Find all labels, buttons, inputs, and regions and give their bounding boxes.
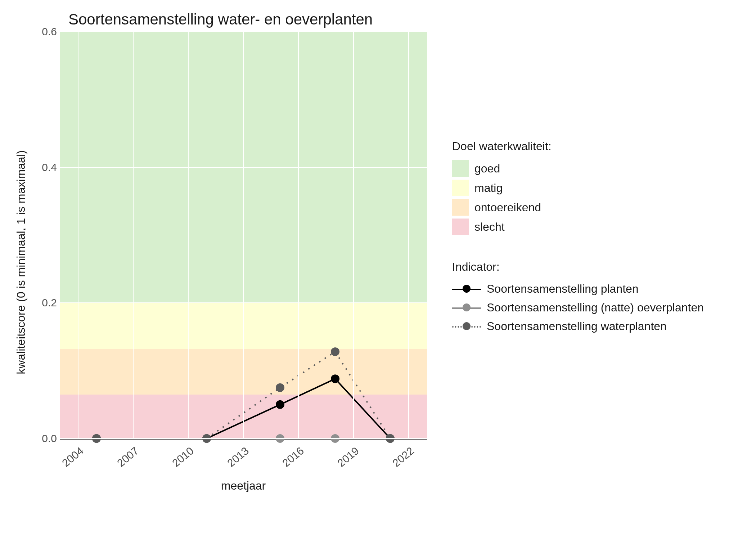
y-tick-label: 0.2 <box>42 297 57 309</box>
x-axis-ticks: 2004200720102013201620192022 <box>60 440 427 468</box>
legend-series-label: Soortensamenstelling planten <box>487 282 639 296</box>
chart-container: Soortensamenstelling water- en oeverplan… <box>0 0 756 540</box>
legend-series-item: Soortensamenstelling planten <box>452 281 704 297</box>
plot-area <box>60 32 427 440</box>
legend-swatch <box>452 199 469 216</box>
legend-series-key <box>452 281 481 297</box>
legend-band-label: ontoereikend <box>474 201 541 214</box>
chart-body: kwaliteitscore (0 is minimaal, 1 is maxi… <box>11 32 745 492</box>
y-axis-label-wrap: kwaliteitscore (0 is minimaal, 1 is maxi… <box>11 32 31 492</box>
plot-column: 0.00.20.40.6 200420072010201320162019202… <box>31 32 427 492</box>
series-point <box>276 383 284 392</box>
legend-quality: Doel waterkwaliteit: goedmatigontoereike… <box>452 140 704 235</box>
y-tick-label: 0.4 <box>42 161 57 174</box>
v-gridline <box>353 32 354 438</box>
plot-with-axes: kwaliteitscore (0 is minimaal, 1 is maxi… <box>11 32 427 492</box>
x-tick-label: 2010 <box>170 445 196 469</box>
v-gridline <box>78 32 78 438</box>
y-axis-ticks: 0.00.20.40.6 <box>31 32 60 438</box>
legend-band-item: matig <box>452 180 704 196</box>
x-tick-label: 2004 <box>60 445 86 469</box>
series-point <box>331 374 339 383</box>
legend-band-label: slecht <box>474 220 505 234</box>
y-tick-label: 0.0 <box>42 432 57 445</box>
y-tick-label: 0.6 <box>42 26 57 38</box>
legend: Doel waterkwaliteit: goedmatigontoereike… <box>452 32 704 492</box>
legend-series-item: Soortensamenstelling (natte) oeverplante… <box>452 300 704 315</box>
chart-title: Soortensamenstelling water- en oeverplan… <box>68 11 745 28</box>
x-tick-label: 2007 <box>115 445 141 469</box>
legend-band-label: matig <box>474 181 503 195</box>
x-tick-label: 2019 <box>335 445 361 469</box>
legend-series-label: Soortensamenstelling (natte) oeverplante… <box>487 301 704 314</box>
series-point <box>331 347 339 356</box>
legend-band-label: goed <box>474 162 500 175</box>
v-gridline <box>188 32 189 438</box>
legend-series-item: Soortensamenstelling waterplanten <box>452 318 704 334</box>
series-point <box>276 400 284 409</box>
legend-series-key <box>452 318 481 334</box>
v-gridline <box>408 32 409 438</box>
legend-swatch <box>452 160 469 177</box>
legend-series-key <box>452 300 481 315</box>
legend-series: Indicator: Soortensamenstelling plantenS… <box>452 260 704 334</box>
y-axis-label: kwaliteitscore (0 is minimaal, 1 is maxi… <box>14 150 28 374</box>
legend-band-item: goed <box>452 160 704 177</box>
legend-band-item: slecht <box>452 219 704 235</box>
legend-band-item: ontoereikend <box>452 199 704 216</box>
v-gridline <box>133 32 134 438</box>
x-tick-label: 2022 <box>390 445 417 469</box>
legend-series-label: Soortensamenstelling waterplanten <box>487 320 667 333</box>
v-gridline <box>243 32 244 438</box>
legend-series-title: Indicator: <box>452 260 704 274</box>
x-tick-label: 2016 <box>280 445 306 469</box>
x-tick-label: 2013 <box>225 445 251 469</box>
v-gridline <box>298 32 299 438</box>
legend-quality-title: Doel waterkwaliteit: <box>452 140 704 153</box>
legend-swatch <box>452 219 469 235</box>
x-axis-label: meetjaar <box>60 479 427 492</box>
legend-swatch <box>452 180 469 196</box>
